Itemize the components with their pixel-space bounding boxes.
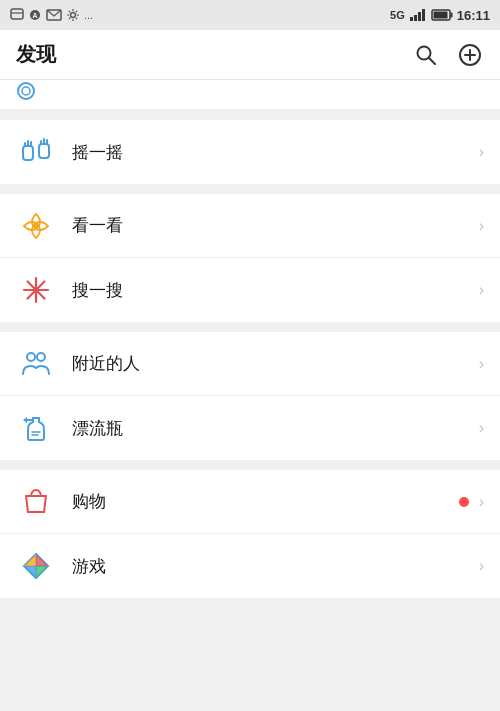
shake-chevron: › [479, 143, 484, 161]
svg-point-33 [33, 287, 39, 293]
games-icon [20, 550, 52, 582]
group-partial [0, 80, 500, 110]
svg-rect-7 [414, 15, 417, 21]
svg-point-5 [71, 13, 76, 18]
svg-point-35 [37, 353, 45, 361]
shopping-badge [459, 497, 469, 507]
status-left-icons: A ... [10, 8, 93, 22]
menu-item-nearby[interactable]: 附近的人 › [0, 332, 500, 396]
signal-bars-icon [409, 9, 427, 21]
look-label: 看一看 [72, 214, 475, 237]
partial-icon [16, 80, 56, 103]
menu-item-look[interactable]: 看一看 › [0, 194, 500, 258]
partial-item-icon [16, 81, 46, 101]
look-icon [20, 210, 52, 242]
games-label: 游戏 [72, 555, 475, 578]
svg-rect-24 [39, 144, 49, 158]
svg-point-34 [27, 353, 35, 361]
svg-rect-0 [11, 9, 23, 19]
svg-rect-20 [23, 146, 33, 160]
menu-item-search-discover[interactable]: 搜一搜 › [0, 258, 500, 322]
group-shopping-games: 购物 › 游戏 › [0, 470, 500, 598]
svg-rect-12 [433, 12, 447, 19]
shake-icon [20, 136, 52, 168]
signal-text: 5G [390, 9, 405, 21]
group-nearby-drift: 附近的人 › 漂流瓶 › [0, 332, 500, 460]
menu-item-shake[interactable]: 摇一摇 › [0, 120, 500, 184]
svg-rect-11 [450, 13, 452, 18]
nearby-chevron: › [479, 355, 484, 373]
header-actions [412, 41, 484, 69]
app-icon: A [28, 8, 42, 22]
notification-icon [10, 8, 24, 22]
drift-icon [20, 412, 52, 444]
svg-rect-6 [410, 17, 413, 21]
nearby-icon [20, 348, 52, 380]
drift-chevron: › [479, 419, 484, 437]
time-display: 16:11 [457, 8, 490, 23]
email-icon [46, 9, 62, 21]
search-discover-icon [20, 274, 52, 306]
games-icon-container [16, 546, 56, 586]
svg-rect-8 [418, 12, 421, 21]
search-button[interactable] [412, 41, 440, 69]
games-chevron: › [479, 557, 484, 575]
status-right-info: 5G 16:11 [390, 8, 490, 23]
svg-point-18 [18, 83, 34, 99]
search-discover-icon-container [16, 270, 56, 310]
shopping-icon [20, 486, 52, 518]
status-bar: A ... 5G 16:11 [0, 0, 500, 30]
look-icon-container [16, 206, 56, 246]
look-chevron: › [479, 217, 484, 235]
settings-status-icon [66, 8, 80, 22]
search-discover-label: 搜一搜 [72, 279, 475, 302]
svg-rect-9 [422, 9, 425, 21]
svg-text:A: A [32, 12, 37, 19]
plus-icon [458, 43, 482, 67]
svg-point-19 [22, 87, 30, 95]
menu-item-drift[interactable]: 漂流瓶 › [0, 396, 500, 460]
shopping-chevron: › [479, 493, 484, 511]
header: 发现 [0, 30, 500, 80]
nearby-icon-container [16, 344, 56, 384]
menu-item-games[interactable]: 游戏 › [0, 534, 500, 598]
group-shake: 摇一摇 › [0, 120, 500, 184]
battery-icon [431, 9, 453, 21]
drift-icon-container [16, 408, 56, 448]
partial-top-item [0, 80, 500, 110]
shake-label: 摇一摇 [72, 141, 475, 164]
add-button[interactable] [456, 41, 484, 69]
nearby-label: 附近的人 [72, 352, 475, 375]
shake-icon-container [16, 132, 56, 172]
search-discover-chevron: › [479, 281, 484, 299]
shopping-label: 购物 [72, 490, 459, 513]
content-area: 摇一摇 › 看一看 › [0, 80, 500, 711]
menu-item-shopping[interactable]: 购物 › [0, 470, 500, 534]
svg-point-28 [33, 223, 39, 229]
shopping-icon-container [16, 482, 56, 522]
svg-line-14 [429, 58, 435, 64]
search-icon [414, 43, 438, 67]
drift-label: 漂流瓶 [72, 417, 475, 440]
group-look-search: 看一看 › 搜一搜 › [0, 194, 500, 322]
page-title: 发现 [16, 41, 56, 68]
